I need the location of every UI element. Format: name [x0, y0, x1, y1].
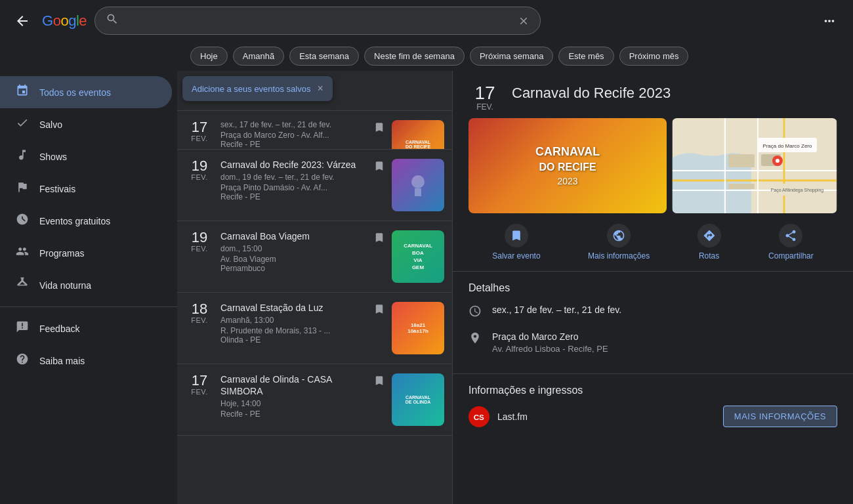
sidebar-item-feedback[interactable]: Feedback — [0, 312, 172, 345]
event-list-panel[interactable]: Adicione a seus eventos salvos × 17 FEV.… — [177, 71, 453, 504]
event-month: FEV. — [191, 245, 207, 253]
event-info: Carnaval Estação da Luz Amanhã, 13:00 R.… — [220, 302, 367, 345]
list-item[interactable]: 18 FEV. Carnaval Estação da Luz Amanhã, … — [177, 293, 452, 364]
chip-amanha[interactable]: Amanhã — [233, 47, 284, 66]
sidebar-item-shows[interactable]: Shows — [0, 140, 172, 173]
flag-icon — [16, 180, 29, 197]
detail-date: 17 FEV. — [468, 84, 501, 112]
detail-date-text: sex., 17 de fev. – ter., 21 de fev. — [492, 303, 621, 317]
detail-day: 17 — [474, 84, 495, 102]
routes-button[interactable]: Rotas — [697, 224, 721, 261]
details-title: Detalhes — [468, 282, 837, 294]
chip-esta-semana[interactable]: Esta semana — [289, 47, 359, 66]
event-date: 18 FEV. — [185, 302, 214, 324]
lastfm-icon: CS — [468, 406, 489, 427]
bookmark-button[interactable] — [373, 375, 385, 390]
chip-fim-semana[interactable]: Neste fim de semana — [364, 47, 465, 66]
more-info-button[interactable]: Mais informações — [588, 224, 650, 261]
event-thumbnail: CARNAVALDO RECIFE2023 — [392, 120, 444, 150]
sidebar-item-eventos-gratuitos[interactable]: Eventos gratuitos — [0, 205, 172, 237]
tooltip-label: Adicione a seus eventos salvos — [192, 84, 310, 94]
detail-header: 17 FEV. Carnaval do Recife 2023 — [453, 71, 853, 118]
event-date: 19 FEV. — [185, 159, 214, 181]
event-thumbnail: CARNAVALDE OLINDA — [392, 373, 444, 426]
event-location: Praça do Marco Zero - Av. Alf... — [220, 131, 367, 140]
event-location: R. Prudente de Morais, 313 - ... — [220, 326, 367, 335]
event-location-2: Recife - PE — [220, 140, 367, 149]
list-item[interactable]: 17 FEV. Carnaval de Olinda - CASA SIMBOR… — [177, 364, 452, 436]
tickets-section: Informações e ingressos CS Last.fm MAIS … — [453, 374, 853, 438]
sidebar: Todos os eventos Salvo Shows — [0, 71, 177, 504]
tickets-row: CS Last.fm MAIS INFORMAÇÕES — [468, 406, 837, 427]
sidebar-label-festivais: Festivais — [39, 184, 75, 194]
event-location: Recife - PE — [220, 410, 367, 419]
sidebar-item-saiba-mais[interactable]: Saiba mais — [0, 345, 172, 377]
share-button[interactable]: Compartilhar — [768, 224, 814, 261]
sidebar-label-feedback: Feedback — [39, 324, 79, 334]
save-event-label: Salvar evento — [492, 251, 540, 261]
sidebar-label-saiba-mais: Saiba mais — [39, 356, 85, 366]
search-icon — [106, 12, 119, 29]
globe-icon — [607, 224, 631, 247]
bookmark-icon — [505, 224, 528, 247]
list-item[interactable]: 19 FEV. Carnaval do Recife 2023: Várzea … — [177, 150, 452, 221]
event-day: 18 — [192, 302, 207, 316]
sidebar-item-programas[interactable]: Programas — [0, 237, 172, 269]
svg-rect-1 — [415, 188, 421, 196]
list-item[interactable]: 17 FEV. sex., 17 de fev. – ter., 21 de f… — [177, 110, 452, 150]
detail-section-details: Detalhes sex., 17 de fev. – ter., 21 de … — [453, 272, 853, 374]
event-time: Hoje, 14:00 — [220, 399, 367, 408]
detail-venue-info: Praça do Marco Zero Av. Alfredo Lisboa -… — [492, 330, 608, 354]
search-clear-button[interactable] — [518, 15, 530, 27]
top-bar: Google evento carnaval — [0, 0, 853, 41]
sidebar-item-festivais[interactable]: Festivais — [0, 173, 172, 205]
save-event-button[interactable]: Salvar evento — [492, 224, 540, 261]
chip-proximo-mes[interactable]: Próximo mês — [619, 47, 689, 66]
save-tooltip: Adicione a seus eventos salvos × — [182, 76, 333, 101]
event-month: FEV. — [191, 316, 207, 324]
event-date: 17 FEV. — [185, 120, 214, 142]
filter-bar: Hoje Amanhã Esta semana Neste fim de sem… — [0, 41, 853, 71]
routes-label: Rotas — [699, 251, 719, 261]
bookmark-button[interactable] — [373, 160, 385, 175]
detail-media: CARNAVAL DO RECIFE 2023 — [453, 118, 853, 213]
tooltip-close-button[interactable]: × — [317, 83, 323, 94]
more-info-label: Mais informações — [588, 251, 650, 261]
map-preview[interactable]: Praça do Marco Zero Paço Alfândega Shopp… — [672, 118, 837, 213]
detail-date-row: sex., 17 de fev. – ter., 21 de fev. — [468, 303, 837, 321]
sidebar-label-eventos-gratuitos: Eventos gratuitos — [39, 216, 110, 226]
chip-hoje[interactable]: Hoje — [190, 47, 228, 66]
detail-panel: 17 FEV. Carnaval do Recife 2023 CARNAVAL… — [453, 71, 853, 504]
search-input[interactable]: evento carnaval — [125, 15, 511, 27]
detail-month: FEV. — [476, 102, 493, 112]
chip-este-mes[interactable]: Este mês — [558, 47, 614, 66]
svg-text:CS: CS — [474, 413, 484, 421]
chip-proxima-semana[interactable]: Próxima semana — [470, 47, 554, 66]
event-time: dom., 15:00 — [220, 244, 367, 253]
sidebar-item-salvo[interactable]: Salvo — [0, 108, 172, 140]
event-day: 17 — [192, 120, 207, 135]
bookmark-button[interactable] — [373, 303, 385, 318]
bookmark-button[interactable] — [373, 232, 385, 247]
event-time: sex., 17 de fev. – ter., 21 de fev. — [220, 120, 367, 129]
more-info-ticket-button[interactable]: MAIS INFORMAÇÕES — [723, 406, 837, 427]
sidebar-item-todos-eventos[interactable]: Todos os eventos — [0, 76, 172, 108]
sidebar-label-todos-eventos: Todos os eventos — [39, 87, 111, 98]
bookmark-button[interactable] — [373, 121, 385, 136]
apps-icon[interactable] — [816, 8, 843, 34]
event-location-2: Olinda - PE — [220, 335, 367, 345]
svg-point-0 — [411, 175, 425, 188]
back-button[interactable] — [10, 9, 34, 33]
event-location: Praça Pinto Damásio - Av. Af... — [220, 183, 367, 192]
sidebar-item-vida-noturna[interactable]: Vida noturna — [0, 269, 172, 301]
event-time: dom., 19 de fev. – ter., 21 de fev. — [220, 173, 367, 182]
sidebar-label-salvo: Salvo — [39, 119, 62, 130]
nightlife-icon — [16, 277, 29, 293]
event-thumbnail — [392, 159, 444, 211]
location-pin-icon — [468, 331, 482, 348]
list-item[interactable]: 19 FEV. Carnaval Boa Viagem dom., 15:00 … — [177, 221, 452, 293]
share-icon — [779, 224, 802, 247]
event-info: Carnaval Boa Viagem dom., 15:00 Av. Boa … — [220, 230, 367, 273]
event-time: Amanhã, 13:00 — [220, 316, 367, 325]
event-main-image: CARNAVAL DO RECIFE 2023 — [468, 118, 667, 213]
